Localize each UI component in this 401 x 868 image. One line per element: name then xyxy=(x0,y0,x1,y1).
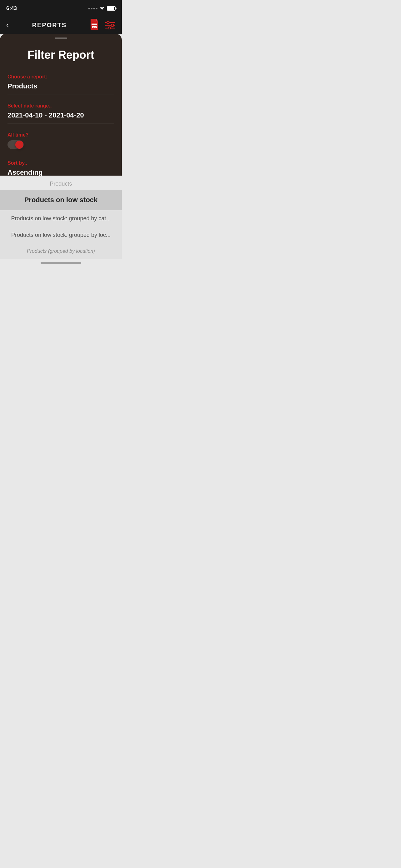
svg-point-10 xyxy=(111,24,114,27)
svg-point-12 xyxy=(108,27,110,29)
products-badge: 7 xyxy=(101,47,110,57)
status-time: 6:43 xyxy=(6,5,17,11)
back-button[interactable]: ‹ xyxy=(6,21,9,29)
toggle-thumb xyxy=(15,141,24,149)
background-content: All Products 7 xyxy=(0,34,122,69)
list-item-low-stock[interactable]: Products on low stock xyxy=(0,190,122,210)
report-label: Choose a report: xyxy=(7,74,114,80)
home-indicator xyxy=(41,262,81,264)
status-bar: 6:43 xyxy=(0,0,122,16)
battery-icon xyxy=(107,6,115,11)
status-icons xyxy=(89,6,115,11)
filter-button[interactable] xyxy=(105,21,115,29)
all-products-card[interactable]: All Products 7 xyxy=(5,41,117,63)
dropdown-area: Products Products on low stock Products … xyxy=(0,176,122,264)
all-time-toggle[interactable] xyxy=(7,140,24,149)
wifi-icon xyxy=(99,6,105,11)
report-value[interactable]: Products xyxy=(7,82,114,94)
date-value[interactable]: 2021-04-10 - 2021-04-20 xyxy=(7,111,114,123)
pdf-button[interactable]: PDF xyxy=(90,18,101,32)
svg-text:PDF: PDF xyxy=(93,27,96,28)
all-time-label: All time? xyxy=(7,132,114,138)
list-item-grouped-location[interactable]: Products (grouped by location) xyxy=(0,243,122,259)
nav-bar: ‹ REPORTS PDF xyxy=(0,16,122,34)
sort-value[interactable]: Ascending xyxy=(7,168,114,180)
all-time-toggle-row xyxy=(7,140,114,149)
page-title: REPORTS xyxy=(32,22,67,29)
list-item-low-stock-cat[interactable]: Products on low stock: grouped by cat... xyxy=(0,210,122,227)
date-label: Select date range.. xyxy=(7,103,114,109)
signal-icon xyxy=(89,8,97,9)
dropdown-section-label: Products xyxy=(0,176,122,190)
nav-actions: PDF xyxy=(90,18,115,32)
list-item-low-stock-loc[interactable]: Products on low stock: grouped by loc... xyxy=(0,227,122,243)
all-products-title: All Products xyxy=(11,48,52,56)
svg-point-8 xyxy=(107,21,109,24)
sort-label: Sort by.. xyxy=(7,160,114,166)
